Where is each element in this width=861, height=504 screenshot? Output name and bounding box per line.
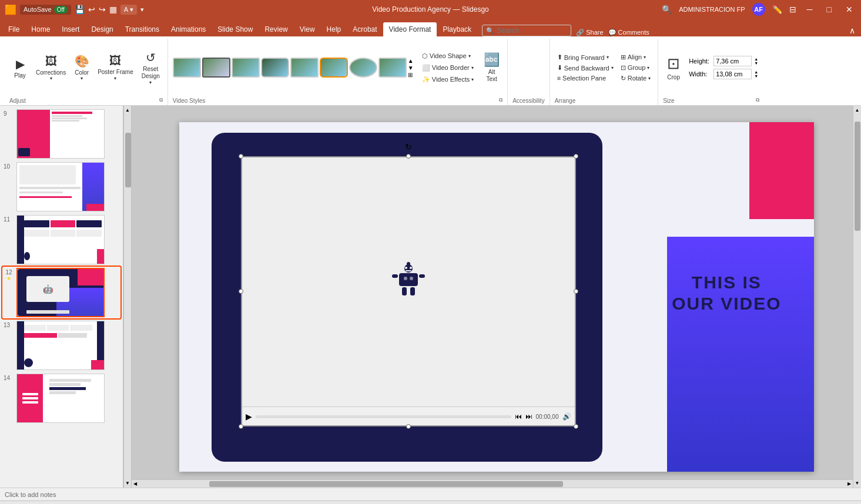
tab-view[interactable]: View [294, 22, 321, 36]
width-input[interactable] [713, 69, 752, 79]
tab-help[interactable]: Help [321, 22, 347, 36]
undo-icon[interactable]: ↩ [88, 5, 95, 14]
adjust-expand[interactable]: ⧉ [159, 97, 163, 103]
autosave-toggle[interactable]: Off [54, 6, 68, 14]
autosave-control[interactable]: AutoSave Off [20, 5, 71, 15]
corrections-arrow: ▾ [50, 76, 52, 81]
canvas-scroll-right[interactable]: ▶ [846, 480, 853, 488]
close-btn[interactable]: ✕ [842, 5, 856, 14]
scroll-down-arrow[interactable]: ▼ [123, 479, 132, 488]
tab-video-format[interactable]: Video Format [383, 22, 437, 36]
group-arrange: ⬆ Bring Forward ▾ ⬇ Send Backward ▾ ≡ Se… [550, 39, 658, 105]
style-thumb-3[interactable] [232, 58, 260, 78]
slide-item-12[interactable]: 12 ★ 🤖 [2, 267, 120, 318]
ribbon-display-icon[interactable]: ⊟ [789, 5, 796, 14]
width-spin-up[interactable]: ▲ [753, 70, 759, 74]
tab-file[interactable]: File [2, 22, 25, 36]
crop-button[interactable]: ⊡ Crop [663, 50, 684, 85]
next-frame-btn[interactable]: ⏭ [525, 412, 532, 421]
prev-frame-btn[interactable]: ⏮ [515, 412, 522, 421]
video-element[interactable]: ↻ [241, 156, 576, 426]
progress-bar-container[interactable] [256, 415, 511, 418]
share-button[interactable]: 🔗 Share [576, 29, 603, 36]
style-scroll-up[interactable]: ▲ [408, 58, 414, 64]
tab-review[interactable]: Review [259, 22, 293, 36]
group-button[interactable]: ⊡ Group ▾ [618, 63, 653, 73]
slide-item-9[interactable]: 9 [2, 108, 120, 160]
pen-icon[interactable]: ✏️ [772, 5, 782, 14]
tab-home[interactable]: Home [25, 22, 56, 36]
notes-bar[interactable]: Click to add notes [0, 488, 861, 500]
redo-icon[interactable]: ↪ [99, 5, 106, 14]
style-thumb-7[interactable] [349, 58, 377, 78]
tab-insert[interactable]: Insert [56, 22, 85, 36]
volume-icon[interactable]: 🔊 [562, 412, 571, 421]
size-title: Size [663, 96, 674, 104]
width-spin-down[interactable]: ▼ [753, 74, 759, 78]
corrections-button[interactable]: 🖼 Corrections ▾ [33, 53, 69, 83]
slide-item-11[interactable]: 11 [2, 214, 120, 266]
ribbon-collapse-btn[interactable]: ∧ [846, 25, 859, 36]
video-effects-button[interactable]: ✨ Video Effects ▾ [420, 75, 476, 85]
style-thumb-2[interactable] [202, 58, 230, 78]
scroll-up-arrow[interactable]: ▲ [123, 106, 132, 115]
style-thumb-4[interactable] [261, 58, 289, 78]
slide-item-10[interactable]: 10 [2, 161, 120, 213]
comments-button[interactable]: 💬 Comments [608, 29, 649, 36]
slide-item-13[interactable]: 13 [2, 320, 120, 371]
color-button[interactable]: 🎨 Color ▾ [71, 52, 92, 83]
video-effects-icon: ✨ [422, 76, 430, 83]
style-thumb-6[interactable] [320, 58, 348, 78]
tab-transitions[interactable]: Transitions [119, 22, 165, 36]
tab-animations[interactable]: Animations [165, 22, 212, 36]
tab-design[interactable]: Design [85, 22, 119, 36]
style-thumb-5[interactable] [290, 58, 319, 78]
video-styles-expand[interactable]: ⧉ [499, 97, 502, 103]
selection-pane-icon: ≡ [557, 75, 561, 82]
slide-panel: 9 10 [0, 106, 123, 488]
style-scroll-down[interactable]: ▼ [408, 65, 414, 71]
tab-slideshow[interactable]: Slide Show [212, 22, 259, 36]
quick-access-more[interactable]: ▾ [140, 6, 144, 14]
play-pause-btn[interactable]: ▶ [246, 412, 252, 421]
send-backward-button[interactable]: ⬇ Send Backward ▾ [555, 63, 616, 73]
height-spin-down[interactable]: ▼ [753, 61, 759, 65]
align-button[interactable]: ⊞ Align ▾ [618, 52, 653, 62]
minimize-btn[interactable]: ─ [803, 5, 816, 14]
poster-frame-button[interactable]: 🖼 Poster Frame ▾ [95, 52, 136, 83]
style-scroll-more[interactable]: ⊞ [408, 72, 414, 78]
slide-item-14[interactable]: 14 [2, 372, 120, 424]
canvas-scroll-track[interactable] [853, 115, 861, 479]
canvas-hscroll-track[interactable] [139, 480, 846, 488]
save-icon[interactable]: 💾 [75, 5, 85, 14]
tab-acrobat[interactable]: Acrobat [347, 22, 383, 36]
video-border-arrow: ▾ [471, 65, 474, 70]
selection-pane-button[interactable]: ≡ Selection Pane [555, 73, 616, 83]
maximize-btn[interactable]: □ [823, 5, 835, 14]
reset-design-button[interactable]: ↺ ResetDesign ▾ [139, 49, 163, 87]
search-box[interactable]: 🔍 [482, 25, 571, 36]
alt-text-button[interactable]: 🔤 AltText [481, 51, 502, 85]
rotate-button[interactable]: ↻ Rotate ▾ [618, 73, 653, 83]
canvas-scroll-left[interactable]: ◀ [132, 480, 139, 488]
height-input[interactable] [713, 56, 752, 66]
style-thumb-1[interactable] [173, 58, 201, 78]
size-expand[interactable]: ⧉ [756, 97, 759, 103]
style-thumb-8[interactable] [378, 58, 407, 78]
search-input[interactable] [497, 26, 567, 35]
video-shape-button[interactable]: ⬡ Video Shape ▾ [420, 51, 476, 61]
video-border-button[interactable]: ⬜ Video Border ▾ [420, 63, 476, 73]
scroll-track[interactable] [124, 115, 131, 479]
canvas-scroll-top[interactable]: ▲ [853, 106, 861, 115]
canvas-scroll-bottom[interactable]: ▼ [853, 479, 861, 488]
bring-forward-button[interactable]: ⬆ Bring Forward ▾ [555, 52, 616, 62]
present-icon[interactable]: ▦ [109, 5, 117, 14]
color-label: Color [75, 69, 89, 76]
tab-playback[interactable]: Playback [437, 22, 477, 36]
slide-12-star: ★ [6, 275, 11, 281]
scroll-thumb [125, 133, 131, 187]
height-spin-up[interactable]: ▲ [753, 57, 759, 61]
search-icon-title[interactable]: 🔍 [662, 5, 672, 14]
slide-pink-rect [749, 122, 814, 219]
play-button[interactable]: ▶ Play [9, 55, 31, 80]
